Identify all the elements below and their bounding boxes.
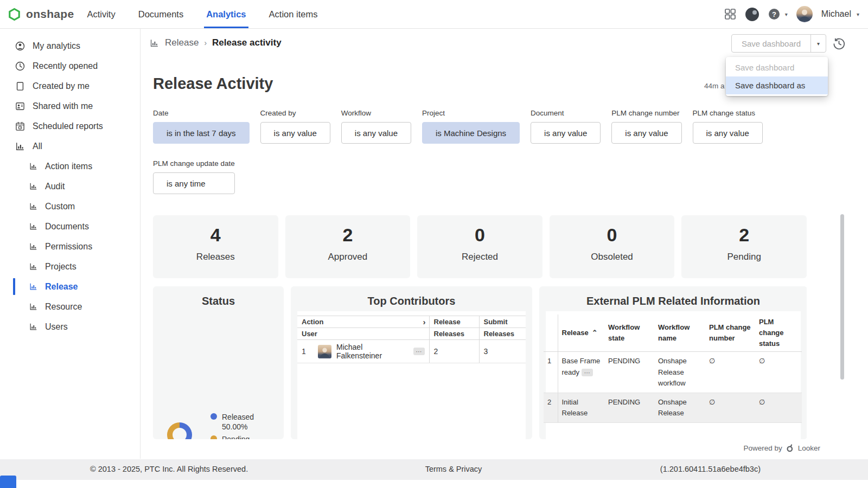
sidebar-item-created-by-me[interactable]: Created by me [0, 76, 140, 96]
sidebar-item-audit[interactable]: Audit [0, 176, 140, 196]
filter-label: Project [422, 109, 520, 117]
filter-workflow-button[interactable]: is any value [341, 122, 411, 144]
breadcrumb-current: Release activity [212, 37, 282, 48]
kpi-label: Pending [681, 252, 807, 262]
filter-project: Project is Machine Designs [422, 109, 520, 144]
column-header-releases-2[interactable]: Releases [479, 328, 526, 340]
powered-by-text: Powered by [743, 444, 782, 452]
column-header-user[interactable]: User [297, 328, 429, 340]
sidebar-item-label: Shared with me [33, 101, 93, 111]
sidebar-item-label: Recently opened [33, 61, 98, 71]
sidebar-item-users[interactable]: Users [0, 317, 140, 337]
chart-icon [29, 202, 38, 211]
save-dashboard-button[interactable]: Save dashboard [731, 34, 826, 53]
vertical-scrollbar[interactable] [840, 214, 844, 380]
legend-label: Released [222, 412, 254, 422]
column-header-release[interactable]: Release [429, 316, 479, 328]
learning-center-icon[interactable] [745, 8, 759, 21]
sidebar: My analytics Recently opened Created by … [0, 28, 141, 459]
expand-column-icon[interactable]: › [423, 317, 426, 326]
legend-dot [210, 435, 217, 439]
filter-plm-change-number: PLM change number is any value [611, 109, 681, 144]
terms-privacy-link[interactable]: Terms & Privacy [425, 465, 482, 473]
apps-grid-icon[interactable] [724, 8, 737, 21]
nav-documents[interactable]: Documents [138, 0, 183, 28]
column-header-workflow-name[interactable]: Workflow name [654, 314, 705, 352]
release-name: Base Frame ready [562, 357, 601, 376]
legend-item-released: Released 50.00% [210, 412, 254, 432]
external-plm-title: External PLM Related Information [539, 295, 807, 307]
kpi-value: 0 [417, 225, 542, 245]
help-caret-icon[interactable]: ▾ [785, 11, 788, 17]
calendar-clock-icon [15, 121, 25, 132]
column-header-workflow-state[interactable]: Workflow state [604, 314, 654, 352]
chevron-right-icon: › [204, 38, 207, 47]
column-header-plm-change-status[interactable]: PLM change status [755, 314, 802, 352]
column-header-plm-change-number[interactable]: PLM change number [705, 314, 755, 352]
more-icon[interactable] [413, 348, 425, 355]
user-caret-icon[interactable]: ▾ [857, 11, 859, 17]
sidebar-item-documents[interactable]: Documents [0, 216, 140, 236]
navbar-right: ▾ Michael ▾ [724, 6, 868, 22]
sidebar-item-custom[interactable]: Custom [0, 196, 140, 216]
sidebar-item-shared-with-me[interactable]: Shared with me [0, 96, 140, 116]
dashboard-history-icon[interactable] [832, 37, 846, 50]
column-header-submit[interactable]: Submit [479, 316, 526, 328]
sidebar-item-label: Resource [45, 302, 82, 312]
sidebar-item-label: Permissions [45, 242, 92, 252]
breadcrumb-release-link[interactable]: Release [165, 37, 199, 48]
sidebar-item-scheduled-reports[interactable]: Scheduled reports [0, 116, 140, 136]
filter-workflow: Workflow is any value [341, 109, 411, 144]
dashboard-cards: Status Released 50.00% Pending [153, 286, 807, 439]
filter-label: Created by [260, 109, 330, 117]
filter-document-button[interactable]: is any value [531, 122, 601, 144]
help-icon[interactable] [768, 8, 781, 21]
menu-item-save-dashboard-as[interactable]: Save dashboard as [726, 76, 828, 94]
nav-analytics[interactable]: Analytics [206, 0, 246, 28]
row-number: 1 [297, 340, 314, 363]
row-number: 2 [544, 393, 558, 422]
user-menu[interactable]: Michael [821, 9, 851, 19]
sidebar-item-projects[interactable]: Projects [0, 256, 140, 277]
user-avatar[interactable] [796, 6, 813, 22]
nav-activity[interactable]: Activity [87, 0, 115, 28]
filters-row-2: PLM change update date is any time [153, 159, 235, 194]
chart-icon [29, 282, 38, 291]
plm-change-number: ∅ [705, 352, 755, 393]
filter-label: PLM change status [693, 109, 763, 117]
sidebar-item-action-items[interactable]: Action items [0, 156, 140, 176]
sidebar-item-all[interactable]: All [0, 136, 140, 156]
sidebar-item-my-analytics[interactable]: My analytics [0, 36, 140, 56]
filter-plm-change-number-button[interactable]: is any value [611, 122, 681, 144]
status-card: Status Released 50.00% Pending [153, 286, 284, 439]
onshape-logo[interactable]: onshape [0, 8, 74, 21]
filter-label: Date [153, 109, 250, 117]
build-version-text: (1.201.60411.51a6ebe4fb3c) [660, 465, 761, 473]
more-icon[interactable] [582, 369, 593, 376]
chat-widget[interactable] [0, 476, 16, 488]
column-header-action[interactable]: Action › [297, 316, 429, 328]
sidebar-item-resource[interactable]: Resource [0, 297, 140, 317]
menu-item-save-dashboard[interactable]: Save dashboard [726, 59, 828, 76]
sidebar-item-label: Scheduled reports [33, 121, 103, 131]
filter-plm-change-update-date-button[interactable]: is any time [153, 172, 235, 194]
nav-action-items[interactable]: Action items [269, 0, 318, 28]
release-name: Initial Release [558, 393, 604, 422]
filter-plm-change-status-button[interactable]: is any value [693, 122, 763, 144]
filter-date-button[interactable]: is in the last 7 days [153, 122, 250, 144]
sidebar-item-recently-opened[interactable]: Recently opened [0, 56, 140, 76]
powered-by-looker[interactable]: Powered by Looker [743, 444, 820, 453]
filter-created-by-button[interactable]: is any value [260, 122, 330, 144]
column-header-release[interactable]: Release [558, 314, 604, 352]
sidebar-item-label: All [33, 142, 42, 151]
kpi-pending: 2 Pending [681, 215, 807, 278]
top-navbar: onshape Activity Documents Analytics Act… [0, 0, 868, 29]
kpi-label: Releases [153, 252, 278, 262]
filter-created-by: Created by is any value [260, 109, 330, 144]
filter-project-button[interactable]: is Machine Designs [422, 122, 520, 144]
sidebar-item-permissions[interactable]: Permissions [0, 236, 140, 256]
save-dashboard-caret[interactable] [810, 35, 826, 52]
column-header-releases-1[interactable]: Releases [429, 328, 479, 340]
sort-asc-icon[interactable] [592, 329, 598, 337]
sidebar-item-release[interactable]: Release [0, 277, 140, 297]
